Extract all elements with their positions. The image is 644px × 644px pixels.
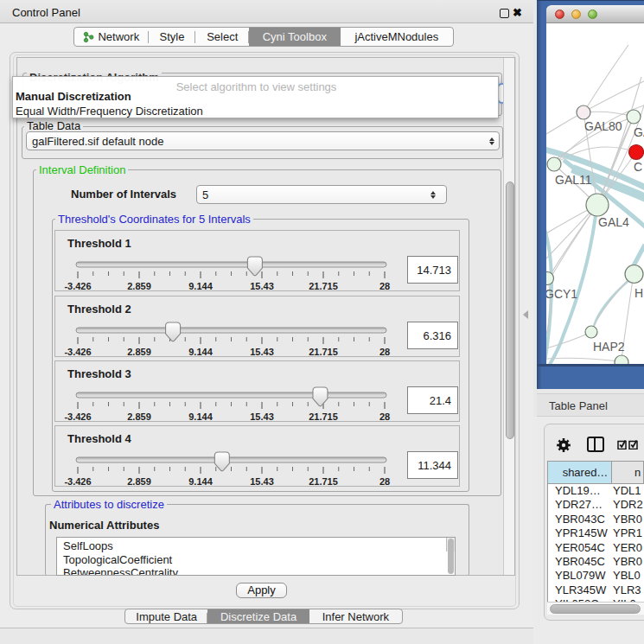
svg-text:28: 28 [379, 476, 390, 485]
svg-text:2.859: 2.859 [127, 281, 151, 290]
svg-text:-3.426: -3.426 [64, 476, 91, 485]
svg-text:21.715: 21.715 [309, 411, 338, 420]
svg-text:15.43: 15.43 [250, 347, 274, 355]
svg-text:GCY1: GCY1 [546, 287, 577, 301]
svg-text:C: C [634, 160, 642, 174]
svg-text:2.859: 2.859 [127, 347, 151, 355]
svg-text:15.43: 15.43 [250, 476, 274, 485]
svg-text:9.144: 9.144 [188, 281, 213, 290]
svg-text:21.715: 21.715 [309, 476, 338, 485]
svg-text:HI: HI [634, 286, 644, 300]
svg-text:15.43: 15.43 [250, 411, 274, 420]
svg-text:2.859: 2.859 [127, 411, 151, 420]
svg-text:2.859: 2.859 [127, 476, 151, 485]
svg-text:21.715: 21.715 [309, 281, 338, 290]
svg-text:GAL11: GAL11 [555, 173, 592, 187]
svg-text:9.144: 9.144 [188, 411, 213, 420]
svg-text:-3.426: -3.426 [64, 411, 91, 420]
svg-text:GAL4: GAL4 [598, 215, 629, 229]
svg-text:9.144: 9.144 [188, 476, 213, 485]
svg-text:GAL80: GAL80 [584, 119, 622, 133]
svg-text:GA: GA [634, 125, 644, 139]
svg-text:28: 28 [379, 411, 390, 420]
svg-text:28: 28 [379, 281, 390, 290]
svg-text:-3.426: -3.426 [64, 347, 91, 355]
svg-text:HAP2: HAP2 [593, 340, 625, 354]
svg-text:-3.426: -3.426 [64, 281, 91, 290]
svg-text:9.144: 9.144 [188, 347, 213, 355]
svg-text:28: 28 [379, 347, 390, 355]
svg-text:21.715: 21.715 [309, 347, 338, 355]
svg-text:15.43: 15.43 [250, 281, 274, 290]
